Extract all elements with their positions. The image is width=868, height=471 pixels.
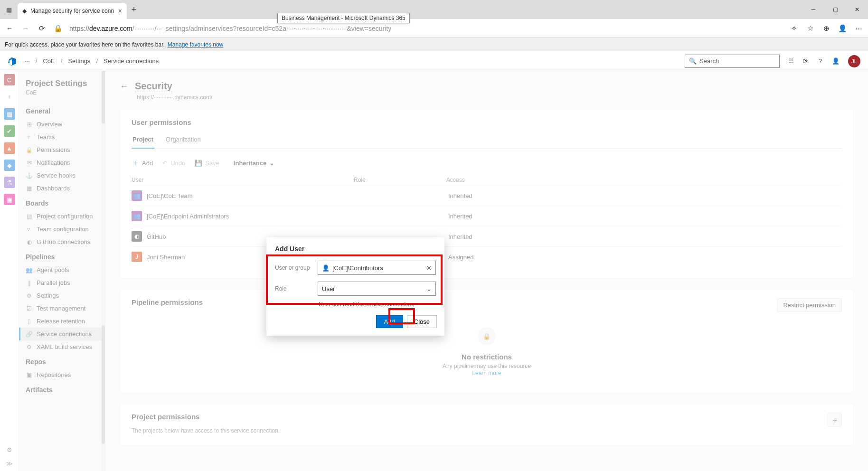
favorites-bar: For quick access, place your favorites h… xyxy=(0,38,868,51)
shopping-icon[interactable]: 🛍 xyxy=(802,57,809,65)
help-icon[interactable]: ？ xyxy=(817,57,823,66)
url-field[interactable]: https://dev.azure.com/···········/···_se… xyxy=(69,25,783,32)
browser-tab[interactable]: ◆ Manage security for service conn × xyxy=(18,3,127,19)
role-help-text: User can read the service connection. xyxy=(275,299,436,310)
nav-forward-icon: → xyxy=(21,24,30,32)
role-label: Role xyxy=(275,285,312,292)
dialog-title: Add User xyxy=(266,237,444,255)
collections-icon[interactable]: ⊕ xyxy=(821,24,831,33)
avatar[interactable]: JL xyxy=(848,55,860,67)
breadcrumb: ···/ CoE/ Settings/ Service connections xyxy=(25,57,159,65)
dialog-close-button[interactable]: Close xyxy=(407,315,437,328)
user-settings-icon[interactable]: 👤 xyxy=(832,57,840,65)
breadcrumb-org[interactable]: ··· xyxy=(25,57,30,65)
more-icon[interactable]: ⋯ xyxy=(854,24,863,33)
new-tab-button[interactable]: + xyxy=(127,0,141,19)
app-header: ···/ CoE/ Settings/ Service connections … xyxy=(0,51,868,71)
window-minimize-icon[interactable]: ─ xyxy=(802,0,824,19)
browser-title-bar: ▤ ◆ Manage security for service conn × +… xyxy=(0,0,868,19)
nav-refresh-icon[interactable]: ⟳ xyxy=(37,24,47,33)
user-or-group-label: User or group xyxy=(275,264,312,271)
window-close-icon[interactable]: ✕ xyxy=(846,0,868,19)
window-maximize-icon[interactable]: ▢ xyxy=(824,0,846,19)
edge-menu-icon[interactable]: ▤ xyxy=(0,0,18,19)
person-icon: 👤 xyxy=(322,264,330,272)
favorite-icon[interactable]: ☆ xyxy=(805,24,815,33)
tab-close-icon[interactable]: × xyxy=(118,7,122,15)
breadcrumb-project[interactable]: CoE xyxy=(43,57,55,65)
breadcrumb-settings[interactable]: Settings xyxy=(68,57,90,65)
list-icon[interactable]: ☰ xyxy=(788,57,794,65)
address-bar: ← → ⟳ 🔒 https://dev.azure.com/··········… xyxy=(0,19,868,38)
site-info-icon[interactable]: 🔒 xyxy=(53,24,63,33)
tab-favicon: ◆ xyxy=(22,8,27,14)
reader-icon[interactable]: ✧ xyxy=(789,24,799,33)
add-user-dialog: Add User User or group 👤 [CoE]\Contribut… xyxy=(266,237,444,336)
user-or-group-input[interactable]: 👤 [CoE]\Contributors ✕ xyxy=(318,261,436,275)
azure-devops-logo-icon xyxy=(8,57,17,66)
dialog-add-button[interactable]: Add xyxy=(376,315,403,328)
search-input[interactable]: 🔍 Search xyxy=(685,55,780,68)
role-select[interactable]: User ⌄ xyxy=(318,282,436,296)
nav-back-icon[interactable]: ← xyxy=(5,24,14,32)
profile-icon[interactable]: 👤 xyxy=(838,24,847,33)
url-tooltip: Business Management - Microsoft Dynamics… xyxy=(277,13,410,23)
breadcrumb-service-connections[interactable]: Service connections xyxy=(104,57,159,65)
chevron-down-icon: ⌄ xyxy=(426,285,432,292)
tab-title: Manage security for service conn xyxy=(30,8,114,14)
manage-favorites-link[interactable]: Manage favorites now xyxy=(168,41,223,48)
favorites-hint: For quick access, place your favorites h… xyxy=(5,41,165,48)
clear-icon[interactable]: ✕ xyxy=(426,264,432,272)
